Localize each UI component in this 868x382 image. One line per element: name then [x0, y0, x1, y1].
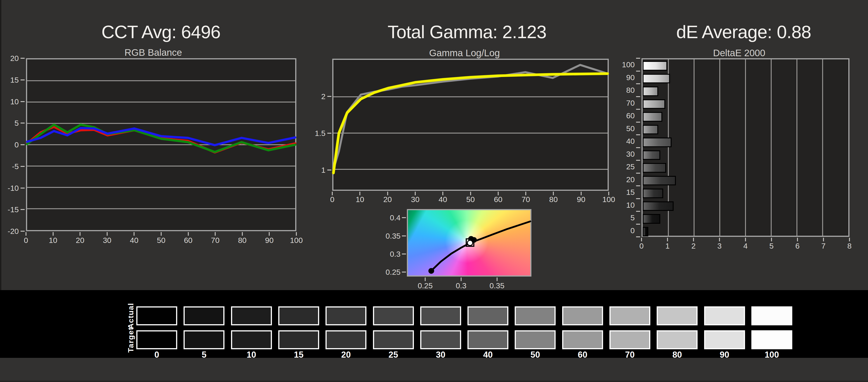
rgb-x-tick-label: 20 [76, 236, 84, 244]
cie-x-tick-label: 0.35 [489, 282, 504, 289]
swatch-row-label-actual: Actual [126, 303, 135, 329]
gamma-x-tick [498, 192, 499, 195]
actual-swatch-100 [751, 306, 792, 325]
target-gamma-line [333, 74, 608, 173]
rgb-x-tick [161, 232, 162, 236]
cie-y-tick [402, 272, 406, 273]
gamma-x-tick [442, 192, 443, 195]
target-swatch-15 [278, 330, 319, 349]
rgb-x-tick-label: 50 [157, 236, 165, 244]
cie-x-tick-label: 0.25 [418, 282, 433, 289]
deltae-x-tick-label: 6 [796, 242, 800, 250]
actual-swatch-30 [420, 306, 461, 325]
cie-x-tick [461, 277, 462, 281]
deltae-y-tick [636, 198, 640, 199]
deltae-x-tick [797, 238, 798, 241]
cie-chromaticity-plot [407, 209, 531, 277]
gamma-x-tick-label: 60 [494, 196, 502, 203]
actual-swatch-60 [562, 306, 603, 325]
de-average-title: dE Average: 0.88 [676, 23, 811, 41]
cie-y-tick-label: 0.4 [390, 214, 401, 221]
rgb-x-tick-label: 0 [24, 236, 28, 244]
actual-swatch-15 [278, 306, 319, 325]
deltae-bar-50 [643, 125, 658, 135]
deltae-y-tick [636, 160, 640, 161]
gamma-x-tick-label: 10 [355, 196, 364, 203]
calibration-report: CCT Avg: 6496 RGB Balance Total Gamma: 2… [0, 0, 868, 382]
rgb-x-tick [80, 232, 81, 236]
gamma-x-tick-label: 30 [411, 196, 420, 203]
cct-average-title: CCT Avg: 6496 [101, 23, 221, 41]
rgb-x-tick [188, 232, 189, 236]
target-swatch-60 [562, 330, 603, 349]
deltae-y-tick [636, 83, 640, 84]
actual-swatch-90 [704, 306, 745, 325]
rgb-x-tick [215, 232, 216, 236]
actual-swatch-20 [326, 306, 366, 325]
cie-y-tick-label: 0.3 [390, 250, 401, 258]
target-swatch-10 [231, 330, 272, 349]
deltae-y-tick [636, 185, 640, 186]
rgb-x-tick-label: 60 [184, 236, 193, 244]
gamma-x-tick-label: 40 [438, 196, 447, 203]
deltae-y-tick-label: 60 [626, 112, 635, 119]
deltae-y-tick [636, 71, 640, 72]
deltae-x-tick-label: 0 [640, 242, 644, 250]
rgb-y-tick-label: 10 [10, 98, 19, 105]
deltae-x-tick [849, 238, 850, 241]
gamma-x-tick [332, 192, 333, 195]
rgb-y-tick-label: 0 [14, 141, 19, 148]
deltae-x-tick-label: 3 [717, 242, 722, 250]
deltae-y-tick [636, 122, 640, 123]
gamma-x-tick [525, 192, 526, 195]
deltae-y-tick [636, 109, 640, 110]
deltae-x-tick [641, 238, 642, 241]
rgb-y-tick [21, 101, 25, 102]
rgb-x-tick-label: 40 [130, 236, 138, 244]
deltae-y-tick-label: 90 [626, 74, 635, 81]
rgb-y-tick-label: -10 [8, 184, 19, 192]
rgb-x-tick [107, 232, 107, 236]
gamma-y-tick-label: 1 [321, 166, 326, 174]
deltae-x-tick [745, 238, 746, 241]
gamma-x-tick [415, 192, 416, 195]
footer-band [0, 358, 868, 381]
deltae-bar-30 [643, 150, 660, 160]
deltae-x-tick [667, 238, 668, 241]
measured-gamma-line [333, 65, 608, 169]
deltae-bar-40 [643, 138, 672, 147]
rgb-y-tick [21, 187, 25, 188]
gamma-x-tick-label: 90 [577, 196, 585, 203]
deltae-y-tick [636, 211, 640, 212]
actual-swatch-10 [231, 306, 272, 325]
gamma-x-tick-label: 70 [522, 196, 530, 203]
white-point-dot [467, 240, 473, 245]
gamma-loglog-subtitle: Gamma Log/Log [429, 48, 500, 58]
gamma-x-tick [360, 192, 360, 195]
black-measure-dot [428, 268, 434, 274]
rgb-y-tick [21, 144, 25, 145]
rgb-x-tick-label: 10 [49, 236, 57, 244]
gamma-y-tick-label: 1.5 [315, 129, 326, 137]
deltae-y-tick-label: 15 [626, 188, 635, 196]
rgb-y-tick [21, 123, 25, 124]
gamma-y-tick-label: 2 [321, 93, 326, 100]
target-swatch-80 [657, 330, 698, 349]
cie-canvas [408, 210, 530, 275]
rgb-x-tick-label: 100 [290, 236, 303, 244]
target-swatch-70 [610, 330, 650, 349]
target-swatch-5 [184, 330, 224, 349]
rgb-x-tick-label: 70 [211, 236, 219, 244]
rgb-balance-subtitle: RGB Balance [125, 48, 182, 57]
deltae-y-tick [636, 147, 640, 148]
deltae-bar-90 [643, 74, 670, 83]
gamma-canvas [333, 60, 608, 189]
gamma-x-tick-label: 50 [466, 196, 475, 203]
deltae-x-tick-label: 7 [822, 242, 826, 250]
actual-swatch-70 [610, 306, 650, 325]
gamma-x-tick-label: 0 [330, 196, 335, 203]
rgb-y-tick-label: -15 [8, 206, 19, 213]
gamma-x-tick [387, 192, 388, 195]
rgb-x-tick-label: 30 [103, 236, 112, 244]
deltae-bar-15 [643, 188, 663, 198]
